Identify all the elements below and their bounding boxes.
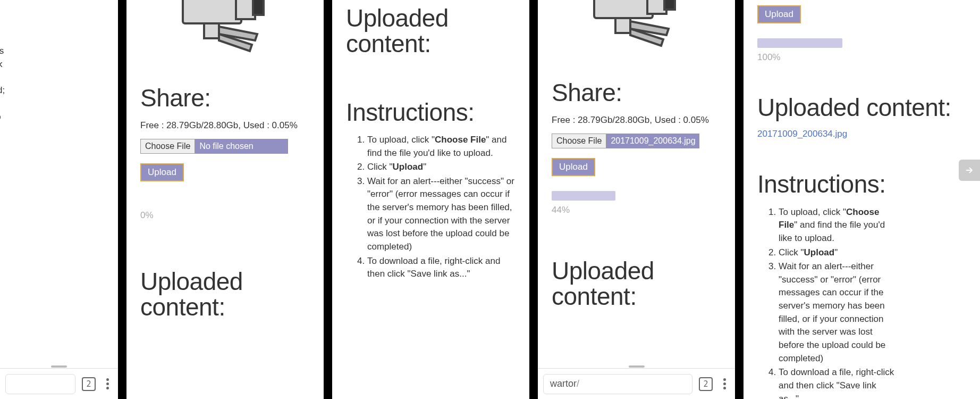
url-bar[interactable]: wartor/ [543, 374, 692, 394]
choose-file-button[interactable]: Choose File [552, 134, 606, 148]
panel-welcome-partial: ome ss, anonymous data s for someone els… [0, 0, 118, 399]
progress-bar [757, 38, 842, 48]
share-heading: Share: [140, 85, 310, 111]
instruction-item: Wait for an alert---either "success" or … [367, 175, 516, 254]
browser-chrome: wartor/ 2 [538, 368, 735, 399]
progress-text: 0% [140, 210, 310, 221]
camera-icon [581, 0, 692, 59]
panel-share-empty: Share: Free : 28.79Gb/28.80Gb, Used : 0.… [126, 0, 324, 399]
camera-icon [170, 0, 281, 64]
progress-text: 44% [552, 205, 721, 215]
menu-icon[interactable] [102, 378, 113, 389]
progress-bar [552, 191, 615, 201]
instruction-item: To download a file, right-click and then… [367, 255, 516, 281]
progress-text: 100% [757, 52, 980, 63]
instruction-item: Click "Upload" [779, 246, 895, 260]
choose-file-button[interactable]: Choose File [140, 139, 195, 154]
storage-line: Free : 28.79Gb/28.80Gb, Used : 0.05% [140, 119, 310, 132]
welcome-paragraph: ss, anonymous data s for someone else to… [0, 45, 6, 149]
browser-chrome: 2 [0, 368, 118, 399]
upload-button[interactable]: Upload [140, 163, 184, 181]
uploaded-heading: Uploaded content: [140, 269, 310, 320]
instructions-list: To upload, click "Choose File" and find … [757, 206, 895, 399]
uploaded-heading: Uploaded content: [757, 95, 980, 120]
instruction-item: Click "Upload" [367, 161, 516, 174]
url-bar[interactable] [5, 374, 75, 394]
file-chooser[interactable]: Choose File No file chosen [140, 139, 288, 154]
uploaded-file-link[interactable]: 20171009_200634.jpg [757, 129, 980, 139]
panel-instructions: Uploaded content: Instructions: To uploa… [332, 0, 529, 399]
forward-fab[interactable] [959, 160, 980, 181]
instructions-list: To upload, click "Choose File" and find … [346, 134, 516, 281]
chosen-file-display: No file chosen [195, 139, 288, 154]
instructions-heading: Instructions: [346, 99, 516, 125]
share-heading: Share: [552, 80, 721, 105]
chosen-file-display: 20171009_200634.jpg [606, 134, 699, 148]
uploaded-heading: Uploaded content: [346, 5, 516, 57]
welcome-heading: ome [0, 11, 102, 36]
upload-button[interactable]: Upload [757, 5, 801, 23]
tab-count-button[interactable]: 2 [82, 377, 96, 391]
uploaded-heading: Uploaded content: [552, 258, 721, 310]
upload-button[interactable]: Upload [552, 158, 595, 176]
drag-handle[interactable] [51, 365, 67, 368]
panel-share-uploading: Share: Free : 28.79Gb/28.80Gb, Used : 0.… [538, 0, 735, 399]
storage-line: Free : 28.79Gb/28.80Gb, Used : 0.05% [552, 114, 721, 127]
menu-icon[interactable] [719, 378, 730, 389]
instruction-item: Wait for an alert---either "success" or … [779, 260, 895, 365]
instruction-item: To upload, click "Choose File" and find … [779, 206, 895, 245]
instruction-item: To download a file, right-click and then… [779, 366, 895, 399]
file-chooser[interactable]: Choose File 20171009_200634.jpg [552, 134, 699, 148]
panel-upload-complete: Upload 100% Uploaded content: 20171009_2… [744, 0, 980, 399]
instructions-heading: Instructions: [757, 171, 980, 197]
tab-count-button[interactable]: 2 [699, 377, 713, 391]
instruction-item: To upload, click "Choose File" and find … [367, 134, 516, 160]
drag-handle[interactable] [629, 365, 645, 368]
